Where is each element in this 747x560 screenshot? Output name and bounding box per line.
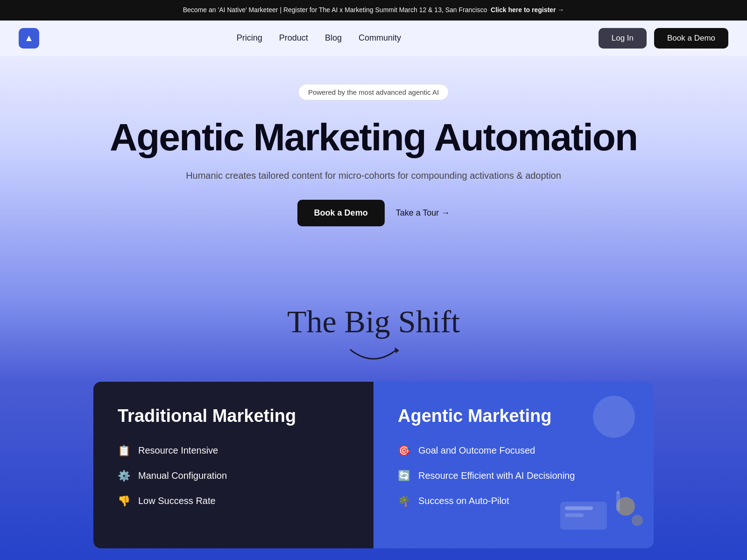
nav-link-community[interactable]: Community — [359, 33, 401, 42]
svg-rect-6 — [616, 492, 620, 511]
traditional-item-3-text: Low Success Rate — [138, 496, 216, 506]
svg-rect-3 — [565, 513, 584, 517]
traditional-item-2: ⚙️ Manual Configuration — [118, 470, 349, 482]
traditional-item-1: 📋 Resource Intensive — [118, 445, 349, 457]
hero-badge: Powered by the most advanced agentic AI — [298, 84, 449, 100]
agentic-item-2: 🔄 Resource Efficient with AI Decisioning — [398, 470, 629, 482]
nav-links: Pricing Product Blog Community — [237, 33, 401, 43]
demo-button-nav[interactable]: Book a Demo — [654, 28, 728, 49]
svg-marker-0 — [395, 347, 399, 353]
low-success-icon: 👎 — [118, 495, 131, 507]
svg-rect-2 — [565, 506, 593, 510]
traditional-title: Traditional Marketing — [118, 406, 349, 426]
traditional-item-1-text: Resource Intensive — [138, 445, 218, 456]
big-shift-arrow — [19, 345, 728, 368]
nav-item-community[interactable]: Community — [359, 33, 401, 43]
agentic-item-1: 🎯 Goal and Outcome Focused — [398, 445, 629, 457]
nav-item-product[interactable]: Product — [279, 33, 308, 43]
big-shift-title: The Big Shift — [19, 299, 728, 340]
resource-intensive-icon: 📋 — [118, 445, 131, 457]
hero-buttons: Book a Demo Take a Tour → — [19, 200, 728, 226]
big-shift-section: The Big Shift Traditional Marketing 📋 Re… — [0, 299, 747, 560]
auto-pilot-icon: 🌴 — [398, 495, 411, 507]
manual-config-icon: ⚙️ — [118, 470, 131, 482]
hero-subtitle: Humanic creates tailored content for mic… — [19, 170, 728, 181]
hero-title: Agentic Marketing Automation — [19, 117, 728, 157]
agentic-item-3-text: Success on Auto-Pilot — [418, 496, 509, 506]
nav-item-pricing[interactable]: Pricing — [237, 33, 262, 43]
agentic-card: Agentic Marketing 🎯 Goal and Outcome Foc… — [374, 382, 654, 548]
navbar: ▲ Pricing Product Blog Community Log In … — [0, 21, 747, 56]
traditional-item-3: 👎 Low Success Rate — [118, 495, 349, 507]
nav-link-product[interactable]: Product — [279, 33, 308, 42]
agentic-item-2-text: Resource Efficient with AI Decisioning — [418, 470, 575, 481]
logo-icon: ▲ — [24, 33, 34, 43]
svg-marker-7 — [616, 490, 620, 493]
deco-circle — [593, 396, 635, 438]
traditional-card: Traditional Marketing 📋 Resource Intensi… — [93, 382, 374, 548]
nav-link-blog[interactable]: Blog — [325, 33, 342, 42]
agentic-item-1-text: Goal and Outcome Focused — [418, 445, 535, 456]
nav-item-blog[interactable]: Blog — [325, 33, 342, 43]
login-button[interactable]: Log In — [599, 28, 647, 49]
svg-point-5 — [632, 515, 643, 526]
demo-button-hero[interactable]: Book a Demo — [297, 200, 385, 226]
announcement-text: Become an 'AI Native' Marketeer | Regist… — [183, 6, 487, 14]
comparison-container: Traditional Marketing 📋 Resource Intensi… — [93, 382, 654, 548]
hero-section: Powered by the most advanced agentic AI … — [0, 56, 747, 299]
goal-focused-icon: 🎯 — [398, 445, 411, 457]
traditional-item-2-text: Manual Configuration — [138, 470, 227, 481]
tour-button[interactable]: Take a Tour → — [396, 208, 450, 218]
deco-illustration — [551, 483, 644, 539]
nav-link-pricing[interactable]: Pricing — [237, 33, 262, 42]
announcement-cta[interactable]: Click here to register → — [491, 6, 564, 14]
resource-efficient-icon: 🔄 — [398, 470, 411, 482]
navbar-actions: Log In Book a Demo — [599, 28, 728, 49]
announcement-bar: Become an 'AI Native' Marketeer | Regist… — [0, 0, 747, 21]
logo[interactable]: ▲ — [19, 28, 39, 49]
